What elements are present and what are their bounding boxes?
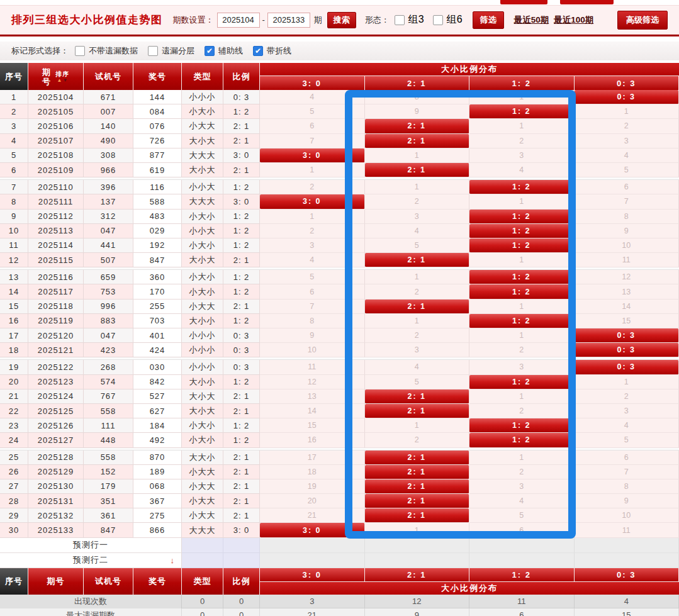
table-row: 162025119883703大小小1: 2811: 215 [0,314,679,328]
prediction-dist-cell[interactable] [469,538,575,553]
dist-cells: 211: 26 [260,180,679,194]
stats-dist-value: 21 [260,608,365,616]
dist-hit-cell: 2: 1 [365,451,470,465]
dist-cells: 131: 28 [260,210,679,224]
filter-button[interactable]: 筛选 [473,11,504,29]
checkbox-option[interactable]: 组3 [395,13,424,26]
period-from-input[interactable] [217,13,260,28]
recent-50-link[interactable]: 最近50期 [514,14,549,26]
table-row: 272025130179068小大大2: 1192: 138 [0,479,679,494]
prediction-dist-cell[interactable] [365,538,470,553]
dist-cells: 62: 112 [260,119,679,133]
prediction-dist-cell[interactable] [260,538,365,553]
prediction-type-cell[interactable] [182,553,223,568]
checkbox-label: 辅助线 [218,45,243,57]
type-cell: 大大小 [182,451,223,465]
search-button[interactable]: 搜索 [327,12,356,28]
dist-miss-cell: 2 [260,224,365,238]
dist-column-header: 3: 0 [260,568,365,581]
prize-number-cell: 870 [133,451,182,465]
dist-miss-cell: 4 [260,90,365,104]
checkbox-option[interactable]: 不带遗漏数据 [75,45,138,57]
prediction-dist-cell[interactable] [575,538,679,553]
checkbox-option[interactable]: ✔辅助线 [205,45,243,57]
dist-miss-cell: 10 [575,238,679,253]
stats-dist-value: 11 [469,595,575,608]
dist-miss-cell: 6 [575,180,679,194]
ratio-cell: 1: 2 [223,210,260,224]
dist-miss-cell: 8 [575,479,679,494]
sort-desc-icon[interactable]: ▼ [63,77,69,83]
ratio-cell: 2: 1 [223,300,260,314]
ratio-cell: 2: 1 [223,163,260,177]
checkbox-option[interactable]: 组6 [433,13,463,26]
advanced-filter-button[interactable]: 高级筛选 [617,11,668,30]
dist-miss-cell: 11 [575,253,679,267]
ratio-cell: 1: 2 [223,224,260,238]
prediction-dist-cell[interactable] [575,553,679,568]
type-cell: 小大大 [182,479,223,494]
period-cell: 2025126 [28,418,84,433]
dist-hit-cell: 2: 1 [365,300,470,314]
test-number-cell: 351 [84,494,133,508]
type-cell: 大小大 [182,134,223,148]
dist-miss-cell: 6 [469,523,575,537]
checkbox-unchecked-icon[interactable] [395,15,405,25]
seq-cell: 14 [0,284,28,299]
table-row: 152025118996255小大大2: 172: 1114 [0,300,679,314]
ratio-cell: 2: 1 [223,494,260,508]
checkbox-unchecked-icon[interactable] [75,46,85,56]
checkbox-unchecked-icon[interactable] [433,15,443,25]
seq-cell: 4 [0,134,28,148]
dist-miss-cell: 5 [575,163,679,177]
type-cell: 大小大 [182,253,223,267]
type-cell: 小大大 [182,300,223,314]
prediction-ratio-cell[interactable] [223,538,260,553]
period-cell: 2025110 [28,180,84,194]
prediction-dist-cell[interactable] [469,553,575,568]
clipped-tab-button[interactable] [560,0,614,4]
table-row: 82025111137588大大大3: 03: 0217 [0,194,679,209]
dist-miss-cell: 1 [260,210,365,224]
stats-row: 最大遗漏期数00219615 [0,608,679,616]
dist-hit-cell: 0: 3 [575,328,679,343]
seq-column-header: 序号 [0,568,28,595]
dist-miss-cell: 1 [469,389,575,404]
top-clipped-strip [0,0,679,5]
checkbox-checked-icon[interactable]: ✔ [253,46,263,56]
seq-cell: 11 [0,238,28,253]
dist-column-header: 2: 1 [365,76,470,90]
period-cell: 2025104 [28,90,84,104]
prediction-ratio-cell[interactable] [223,553,260,568]
prize-number-cell: 170 [133,284,182,299]
prediction-dist-cell[interactable] [365,553,470,568]
period-column-header: 期号 [28,568,84,595]
dist-miss-cell: 5 [575,433,679,447]
period-setting-label: 期数设置： [173,14,214,26]
period-to-input[interactable] [267,13,310,28]
recent-100-link[interactable]: 最近100期 [554,14,593,26]
period-cell: 2025114 [28,238,84,253]
prediction-type-cell[interactable] [182,538,223,553]
checkbox-option[interactable]: ✔带折线 [253,45,291,57]
dist-cells: 212: 1510 [260,508,679,523]
type-cell: 大大大 [182,194,223,209]
checkbox-unchecked-icon[interactable] [148,46,158,56]
dist-hit-cell: 1: 2 [469,180,575,194]
dist-cells: 1621: 25 [260,433,679,447]
sort-asc-icon[interactable]: ▲ [57,77,63,83]
period-cell: 2025122 [28,360,84,374]
clipped-tab-button[interactable] [500,0,547,4]
prediction-dist-cell[interactable] [260,553,365,568]
dist-miss-cell: 2 [365,194,470,209]
dist-miss-cell: 19 [260,479,365,494]
seq-cell: 10 [0,224,28,238]
dist-cells: 511: 212 [260,270,679,284]
test-number-cell: 996 [84,300,133,314]
table-row: 212025124767527大小大2: 1132: 112 [0,389,679,404]
checkbox-checked-icon[interactable]: ✔ [205,46,215,56]
checkbox-option[interactable]: 遗漏分层 [148,45,194,57]
dist-column-header: 1: 2 [469,76,575,90]
sort-control[interactable]: 排序 ▲▼ [56,70,70,83]
period-cell: 2025105 [28,104,84,119]
